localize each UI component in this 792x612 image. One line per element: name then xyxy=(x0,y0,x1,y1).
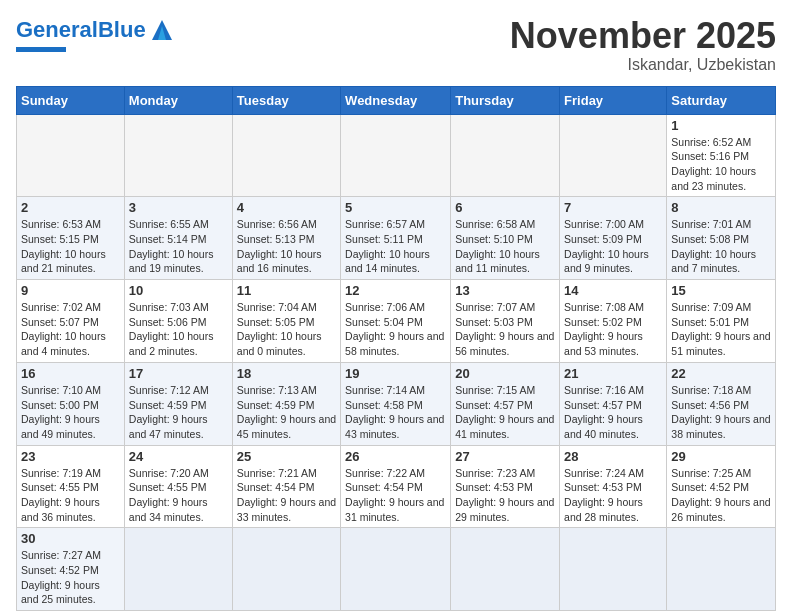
calendar-cell: 7Sunrise: 7:00 AM Sunset: 5:09 PM Daylig… xyxy=(560,197,667,280)
calendar-cell xyxy=(232,114,340,197)
day-number: 21 xyxy=(564,366,662,381)
calendar-cell: 6Sunrise: 6:58 AM Sunset: 5:10 PM Daylig… xyxy=(451,197,560,280)
logo-text: GeneralBlue xyxy=(16,19,146,41)
calendar-cell: 30Sunrise: 7:27 AM Sunset: 4:52 PM Dayli… xyxy=(17,528,125,611)
calendar-week-row: 1Sunrise: 6:52 AM Sunset: 5:16 PM Daylig… xyxy=(17,114,776,197)
day-number: 11 xyxy=(237,283,336,298)
calendar-cell: 8Sunrise: 7:01 AM Sunset: 5:08 PM Daylig… xyxy=(667,197,776,280)
calendar-cell: 28Sunrise: 7:24 AM Sunset: 4:53 PM Dayli… xyxy=(560,445,667,528)
day-info: Sunrise: 7:13 AM Sunset: 4:59 PM Dayligh… xyxy=(237,383,336,442)
day-info: Sunrise: 6:57 AM Sunset: 5:11 PM Dayligh… xyxy=(345,217,446,276)
day-info: Sunrise: 7:25 AM Sunset: 4:52 PM Dayligh… xyxy=(671,466,771,525)
weekday-header-row: SundayMondayTuesdayWednesdayThursdayFrid… xyxy=(17,86,776,114)
calendar-cell: 13Sunrise: 7:07 AM Sunset: 5:03 PM Dayli… xyxy=(451,280,560,363)
calendar-week-row: 30Sunrise: 7:27 AM Sunset: 4:52 PM Dayli… xyxy=(17,528,776,611)
logo-icon xyxy=(148,16,176,44)
day-info: Sunrise: 7:08 AM Sunset: 5:02 PM Dayligh… xyxy=(564,300,662,359)
day-info: Sunrise: 7:01 AM Sunset: 5:08 PM Dayligh… xyxy=(671,217,771,276)
day-number: 1 xyxy=(671,118,771,133)
day-info: Sunrise: 7:18 AM Sunset: 4:56 PM Dayligh… xyxy=(671,383,771,442)
day-info: Sunrise: 7:04 AM Sunset: 5:05 PM Dayligh… xyxy=(237,300,336,359)
calendar-table: SundayMondayTuesdayWednesdayThursdayFrid… xyxy=(16,86,776,612)
calendar-cell: 25Sunrise: 7:21 AM Sunset: 4:54 PM Dayli… xyxy=(232,445,340,528)
calendar-cell xyxy=(124,528,232,611)
day-info: Sunrise: 7:21 AM Sunset: 4:54 PM Dayligh… xyxy=(237,466,336,525)
day-info: Sunrise: 7:24 AM Sunset: 4:53 PM Dayligh… xyxy=(564,466,662,525)
day-number: 22 xyxy=(671,366,771,381)
day-number: 16 xyxy=(21,366,120,381)
calendar-cell: 19Sunrise: 7:14 AM Sunset: 4:58 PM Dayli… xyxy=(341,362,451,445)
day-number: 15 xyxy=(671,283,771,298)
calendar-cell xyxy=(17,114,125,197)
day-number: 18 xyxy=(237,366,336,381)
day-number: 19 xyxy=(345,366,446,381)
day-info: Sunrise: 6:58 AM Sunset: 5:10 PM Dayligh… xyxy=(455,217,555,276)
day-number: 30 xyxy=(21,531,120,546)
day-info: Sunrise: 7:06 AM Sunset: 5:04 PM Dayligh… xyxy=(345,300,446,359)
calendar-cell: 26Sunrise: 7:22 AM Sunset: 4:54 PM Dayli… xyxy=(341,445,451,528)
calendar-cell: 11Sunrise: 7:04 AM Sunset: 5:05 PM Dayli… xyxy=(232,280,340,363)
logo-general: General xyxy=(16,17,98,42)
day-number: 12 xyxy=(345,283,446,298)
calendar-cell xyxy=(451,528,560,611)
day-info: Sunrise: 7:19 AM Sunset: 4:55 PM Dayligh… xyxy=(21,466,120,525)
day-info: Sunrise: 7:20 AM Sunset: 4:55 PM Dayligh… xyxy=(129,466,228,525)
calendar-cell: 14Sunrise: 7:08 AM Sunset: 5:02 PM Dayli… xyxy=(560,280,667,363)
calendar-cell: 5Sunrise: 6:57 AM Sunset: 5:11 PM Daylig… xyxy=(341,197,451,280)
calendar-cell xyxy=(232,528,340,611)
calendar-cell: 21Sunrise: 7:16 AM Sunset: 4:57 PM Dayli… xyxy=(560,362,667,445)
logo: GeneralBlue xyxy=(16,16,176,52)
day-info: Sunrise: 7:09 AM Sunset: 5:01 PM Dayligh… xyxy=(671,300,771,359)
calendar-cell: 18Sunrise: 7:13 AM Sunset: 4:59 PM Dayli… xyxy=(232,362,340,445)
calendar-cell xyxy=(124,114,232,197)
day-number: 5 xyxy=(345,200,446,215)
day-info: Sunrise: 7:07 AM Sunset: 5:03 PM Dayligh… xyxy=(455,300,555,359)
day-number: 27 xyxy=(455,449,555,464)
calendar-cell: 15Sunrise: 7:09 AM Sunset: 5:01 PM Dayli… xyxy=(667,280,776,363)
calendar-cell: 29Sunrise: 7:25 AM Sunset: 4:52 PM Dayli… xyxy=(667,445,776,528)
calendar-cell xyxy=(560,114,667,197)
weekday-header-monday: Monday xyxy=(124,86,232,114)
day-number: 20 xyxy=(455,366,555,381)
day-info: Sunrise: 7:03 AM Sunset: 5:06 PM Dayligh… xyxy=(129,300,228,359)
calendar-cell: 23Sunrise: 7:19 AM Sunset: 4:55 PM Dayli… xyxy=(17,445,125,528)
day-number: 4 xyxy=(237,200,336,215)
day-number: 26 xyxy=(345,449,446,464)
day-info: Sunrise: 7:00 AM Sunset: 5:09 PM Dayligh… xyxy=(564,217,662,276)
weekday-header-thursday: Thursday xyxy=(451,86,560,114)
day-number: 25 xyxy=(237,449,336,464)
day-number: 17 xyxy=(129,366,228,381)
day-info: Sunrise: 7:15 AM Sunset: 4:57 PM Dayligh… xyxy=(455,383,555,442)
day-info: Sunrise: 7:14 AM Sunset: 4:58 PM Dayligh… xyxy=(345,383,446,442)
day-number: 7 xyxy=(564,200,662,215)
location: Iskandar, Uzbekistan xyxy=(510,56,776,74)
day-info: Sunrise: 6:56 AM Sunset: 5:13 PM Dayligh… xyxy=(237,217,336,276)
day-info: Sunrise: 7:10 AM Sunset: 5:00 PM Dayligh… xyxy=(21,383,120,442)
weekday-header-saturday: Saturday xyxy=(667,86,776,114)
calendar-week-row: 2Sunrise: 6:53 AM Sunset: 5:15 PM Daylig… xyxy=(17,197,776,280)
calendar-cell xyxy=(560,528,667,611)
day-number: 10 xyxy=(129,283,228,298)
calendar-cell: 17Sunrise: 7:12 AM Sunset: 4:59 PM Dayli… xyxy=(124,362,232,445)
calendar-week-row: 16Sunrise: 7:10 AM Sunset: 5:00 PM Dayli… xyxy=(17,362,776,445)
day-number: 6 xyxy=(455,200,555,215)
weekday-header-sunday: Sunday xyxy=(17,86,125,114)
day-info: Sunrise: 6:52 AM Sunset: 5:16 PM Dayligh… xyxy=(671,135,771,194)
calendar-cell xyxy=(341,114,451,197)
calendar-cell: 4Sunrise: 6:56 AM Sunset: 5:13 PM Daylig… xyxy=(232,197,340,280)
calendar-cell: 22Sunrise: 7:18 AM Sunset: 4:56 PM Dayli… xyxy=(667,362,776,445)
weekday-header-tuesday: Tuesday xyxy=(232,86,340,114)
day-number: 28 xyxy=(564,449,662,464)
calendar-cell: 3Sunrise: 6:55 AM Sunset: 5:14 PM Daylig… xyxy=(124,197,232,280)
calendar-week-row: 23Sunrise: 7:19 AM Sunset: 4:55 PM Dayli… xyxy=(17,445,776,528)
day-number: 8 xyxy=(671,200,771,215)
calendar-cell xyxy=(341,528,451,611)
day-info: Sunrise: 7:27 AM Sunset: 4:52 PM Dayligh… xyxy=(21,548,120,607)
calendar-cell: 16Sunrise: 7:10 AM Sunset: 5:00 PM Dayli… xyxy=(17,362,125,445)
day-info: Sunrise: 7:02 AM Sunset: 5:07 PM Dayligh… xyxy=(21,300,120,359)
calendar-cell: 12Sunrise: 7:06 AM Sunset: 5:04 PM Dayli… xyxy=(341,280,451,363)
day-number: 13 xyxy=(455,283,555,298)
day-number: 3 xyxy=(129,200,228,215)
day-number: 23 xyxy=(21,449,120,464)
day-number: 29 xyxy=(671,449,771,464)
